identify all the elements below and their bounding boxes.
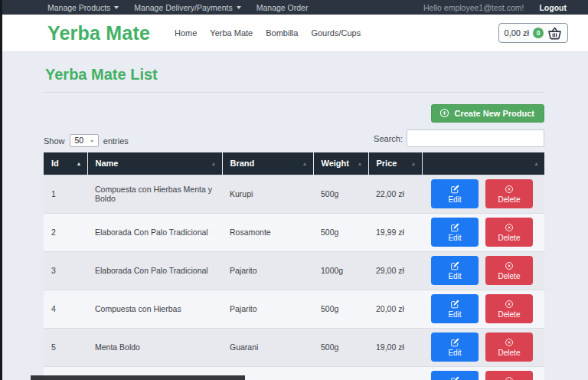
chevron-down-icon (237, 6, 241, 9)
pencil-square-icon (450, 338, 459, 347)
edit-button[interactable]: Edit (431, 294, 479, 323)
column-header-price[interactable]: Price ▲ (368, 152, 422, 175)
table-row: 4 Compuesta con Hierbas Pajarito 500g 20… (44, 290, 544, 328)
cell-weight: 500g (313, 175, 368, 213)
pencil-square-icon (450, 300, 459, 309)
delete-label: Delete (498, 310, 521, 319)
edit-button[interactable]: Edit (431, 332, 479, 362)
column-header-weight[interactable]: Weight ▲ (313, 152, 368, 175)
table-row: 1 Compuesta con Hierbas Menta y Boldo Ku… (44, 175, 544, 213)
sort-icon: ▲ (411, 161, 416, 166)
cell-brand: Pajarito (222, 251, 313, 290)
cell-brand: Guarani (222, 328, 313, 366)
show-label: Show (44, 136, 65, 146)
table-row: 2 Elaborada Con Palo Tradicional Rosamon… (44, 213, 544, 251)
delete-button[interactable]: Delete (485, 179, 533, 208)
cell-id: 5 (44, 328, 87, 366)
create-new-product-button[interactable]: Create New Product (431, 104, 544, 123)
cell-weight: 500g (313, 328, 368, 366)
sort-icon: ▲ (211, 161, 217, 166)
delete-button[interactable]: Delete (485, 256, 533, 285)
delete-button[interactable]: Delete (485, 332, 533, 362)
divider (44, 92, 544, 93)
nav-manage-delivery-payments-label: Manage Delivery/Payments (134, 3, 232, 12)
edit-button[interactable]: Edit (431, 256, 479, 285)
sort-icon: ▲ (302, 161, 308, 166)
bottom-edge-artifact (31, 375, 245, 380)
cell-price: 19,99 zł (368, 213, 422, 251)
cell-actions: Edit Delete (422, 251, 544, 290)
cell-id: 4 (44, 290, 87, 328)
main-content: Yerba Mate List Create New Product Show … (0, 52, 588, 380)
search-label: Search: (374, 134, 403, 143)
brand-logo[interactable]: Yerba Mate (47, 22, 150, 44)
cell-price: 19,00 zł (368, 328, 422, 366)
column-header-actions[interactable]: ▲ (422, 152, 544, 175)
cell-weight: 1000g (313, 251, 368, 290)
column-header-name[interactable]: Name ▲ (87, 152, 222, 175)
nav-manage-products[interactable]: Manage Products (47, 3, 119, 12)
nav-manage-order[interactable]: Manage Order (256, 3, 309, 12)
nav-gourds-cups[interactable]: Gourds/Cups (311, 28, 361, 38)
cell-price: 22,00 zł (368, 175, 422, 213)
chevron-down-icon: ⌄ (89, 136, 95, 143)
edit-label: Edit (448, 272, 461, 280)
products-table: Id ▲ Name ▲ Brand ▲ Weight ▲ Price ▲ (44, 152, 544, 380)
table-row: 3 Elaborada Con Palo Tradicional Pajarit… (44, 251, 544, 290)
delete-button[interactable]: Delete (485, 294, 533, 323)
edit-button[interactable]: Edit (431, 218, 479, 247)
delete-label: Delete (498, 195, 521, 204)
edit-label: Edit (448, 349, 461, 357)
basket-icon (547, 27, 562, 40)
pencil-square-icon (450, 223, 459, 232)
search-input[interactable] (407, 129, 544, 147)
table-row: 5 Menta Boldo Guarani 500g 19,00 zł Edit (44, 328, 544, 366)
edit-button[interactable]: Edit (431, 371, 479, 380)
circle-x-icon (505, 338, 514, 347)
cart-button[interactable]: 0,00 zł 0 (498, 23, 568, 43)
sort-asc-icon: ▲ (77, 161, 82, 166)
edit-label: Edit (448, 195, 461, 204)
nav-manage-delivery-payments[interactable]: Manage Delivery/Payments (134, 3, 240, 12)
cell-name: Compuesta con Hierbas Menta y Boldo (87, 175, 222, 213)
sort-icon: ▲ (534, 161, 539, 166)
delete-button[interactable]: Delete (485, 218, 533, 247)
delete-button[interactable]: Delete (485, 371, 533, 380)
edit-button[interactable]: Edit (431, 179, 479, 208)
cell-actions: Edit Delete (422, 328, 544, 366)
cell-actions: Edit Delete (422, 366, 544, 380)
pencil-square-icon (450, 376, 459, 380)
entries-select-value: 50 (75, 136, 84, 145)
user-greeting: Hello employee1@test.com! (423, 3, 524, 12)
store-header: Yerba Mate Home Yerba Mate Bombilla Gour… (0, 15, 588, 52)
logout-link[interactable]: Logout (539, 3, 567, 12)
circle-x-icon (505, 376, 514, 380)
cell-weight: 400g (313, 366, 368, 380)
edit-label: Edit (448, 310, 461, 319)
cell-name: Menta Boldo (87, 328, 222, 366)
nav-yerba-mate[interactable]: Yerba Mate (210, 28, 253, 38)
nav-bombilla[interactable]: Bombilla (266, 28, 298, 38)
nav-home[interactable]: Home (175, 28, 197, 38)
circle-x-icon (505, 185, 514, 194)
show-entries-control: Show 50 ⌄ entries (44, 134, 129, 147)
cell-price: 23,00 zł (368, 366, 422, 380)
cell-id: 2 (44, 213, 87, 251)
cell-id: 3 (44, 251, 87, 290)
cell-name: Elaborada Con Palo Tradicional (87, 251, 222, 290)
pencil-square-icon (450, 185, 459, 194)
column-header-brand[interactable]: Brand ▲ (222, 152, 313, 175)
column-header-id[interactable]: Id ▲ (44, 152, 87, 175)
cart-count-badge: 0 (533, 28, 544, 38)
cell-brand: Pajarito (222, 290, 313, 328)
delete-label: Delete (498, 272, 521, 280)
chevron-down-icon (114, 6, 119, 9)
cell-name: Elaborada Con Palo Tradicional (87, 213, 222, 251)
entries-select[interactable]: 50 ⌄ (70, 134, 99, 147)
circle-x-icon (505, 300, 514, 309)
store-nav: Home Yerba Mate Bombilla Gourds/Cups (175, 28, 361, 38)
table-header-row: Id ▲ Name ▲ Brand ▲ Weight ▲ Price ▲ (44, 152, 544, 175)
nav-manage-order-label: Manage Order (256, 3, 309, 12)
cell-weight: 500g (313, 290, 368, 328)
window-edge (0, 0, 2, 380)
